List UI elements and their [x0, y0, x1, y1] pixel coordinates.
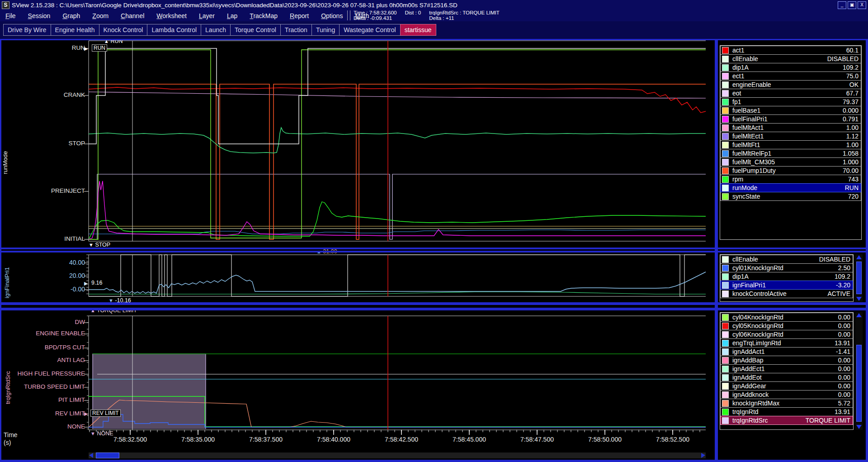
channel-value: 0.00	[838, 391, 853, 398]
channel-row-engineEnable[interactable]: engineEnableOK	[720, 80, 861, 89]
scroll-up-icon[interactable]	[856, 313, 862, 317]
close-button[interactable]: X	[858, 1, 866, 9]
channel-color-swatch	[722, 185, 729, 191]
panel-splitter-2b[interactable]	[0, 308, 868, 310]
channel-row-fp1[interactable]: fp179.37	[720, 97, 861, 106]
channel-row-ignAddGear[interactable]: ignAddGear0.00	[720, 381, 853, 391]
channel-name: fuelMltRelFp1	[732, 150, 771, 157]
scrollbar-thumb[interactable]	[856, 345, 862, 422]
channel-row-knockControlActive[interactable]: knockControlActiveACTIVE	[720, 289, 853, 298]
channel-row-eot[interactable]: eot67.7	[720, 89, 861, 98]
channel-row-fuelMltAct1[interactable]: fuelMltAct11.00	[720, 123, 861, 132]
channel-color-swatch	[722, 90, 729, 97]
channel-name: cllEnable	[732, 55, 758, 62]
axis-tick-label: ENGINE ENABLE	[0, 330, 85, 337]
channel-row-trqIgnRtdSrc[interactable]: trqIgnRtdSrcTORQUE LIMIT	[720, 416, 853, 425]
legend2-scrollbar[interactable]	[855, 254, 863, 302]
channel-row-fuelMltRelFp1[interactable]: fuelMltRelFp11.058	[720, 149, 861, 158]
channel-color-swatch	[722, 73, 729, 80]
maximize-button[interactable]: ▣	[848, 1, 856, 9]
channel-name: engineEnable	[732, 81, 771, 88]
channel-value: 2.50	[838, 264, 853, 271]
channel-row-cllEnable[interactable]: cllEnableDISABLED	[720, 54, 861, 63]
channel-row-ignAddEct1[interactable]: ignAddEct10.00	[720, 364, 853, 373]
channel-color-swatch	[722, 193, 729, 200]
channel-row-ignFinalPri1[interactable]: ignFinalPri1-3.20	[720, 281, 853, 290]
channel-row-fuelBase1[interactable]: fuelBase10.000	[720, 106, 861, 115]
channel-row-dip1A[interactable]: dip1A109.2	[720, 272, 853, 281]
legend-box-ignition: cllEnableDISABLEDcyl01KnockIgnRtd2.50dip…	[720, 254, 854, 302]
channel-name: ignAddGear	[732, 382, 766, 390]
time-scrollbar[interactable]	[89, 452, 706, 458]
channel-row-fuelPump1Duty[interactable]: fuelPump1Duty70.00	[720, 166, 861, 175]
channel-row-cyl06KnockIgnRtd[interactable]: cyl06KnockIgnRtd0.00	[720, 330, 853, 339]
channel-row-fuelMlt_CM305[interactable]: fuelMlt_CM3051.000	[720, 157, 861, 167]
axis-tick-label: REV LIMIT	[0, 410, 85, 417]
legend3-scrollbar[interactable]	[855, 312, 863, 430]
channel-row-cllEnable[interactable]: cllEnableDISABLED	[720, 255, 853, 264]
channel-row-ignAddAct1[interactable]: ignAddAct1-1.41	[720, 347, 853, 356]
channel-color-swatch	[722, 314, 729, 321]
channel-row-rpm[interactable]: rpm743	[720, 175, 861, 184]
channel-value: 79.37	[843, 98, 861, 105]
channel-name: trqIgnRtdSrc	[732, 417, 768, 424]
channel-value: 1.000	[843, 158, 861, 166]
channel-row-cyl04KnockIgnRtd[interactable]: cyl04KnockIgnRtd0.00	[720, 313, 853, 322]
scroll-right-icon[interactable]	[701, 453, 705, 458]
channel-value: 109.2	[843, 64, 861, 71]
channel-row-fuelMltFt1[interactable]: fuelMltFt11.00	[720, 140, 861, 149]
panel-ignfinalpri1-plot[interactable]	[0, 252, 717, 298]
axis-tick-label: HIGH FUEL PRESSURE	[0, 370, 85, 377]
channel-color-swatch	[722, 383, 729, 390]
channel-row-dip1A[interactable]: dip1A109.2	[720, 63, 861, 72]
scroll-left-icon[interactable]	[89, 453, 93, 458]
channel-row-ect1[interactable]: ect175.0	[720, 71, 861, 81]
axis-tick-label: 40.00	[0, 259, 85, 266]
chart-sidebar-divider[interactable]	[715, 40, 718, 460]
scroll-up-icon[interactable]	[856, 255, 862, 259]
panel-splitter-1b[interactable]	[0, 251, 868, 252]
channel-value: 0.00	[838, 382, 853, 390]
channel-value: 0.00	[838, 365, 853, 372]
channel-value: TORQUE LIMIT	[806, 417, 853, 424]
channel-row-ignAddBap[interactable]: ignAddBap0.00	[720, 356, 853, 365]
time-axis-caption: Time (s)	[4, 431, 18, 447]
channel-name: fuelMltAct1	[732, 124, 764, 131]
channel-color-swatch	[722, 176, 729, 183]
channel-name: fuelBase1	[732, 107, 760, 114]
axis-tick-label: TURBO SPEED LIMIT	[0, 383, 85, 390]
channel-row-act1[interactable]: act160.1	[720, 46, 861, 55]
channel-row-engTrqLimIgnRtd[interactable]: engTrqLimIgnRtd13.91	[720, 338, 853, 348]
channel-row-fuelFinalPri1[interactable]: fuelFinalPri10.791	[720, 114, 861, 124]
channel-row-ignAddEot[interactable]: ignAddEot0.00	[720, 373, 853, 382]
panel-splitter-2[interactable]	[0, 302, 868, 305]
scroll-down-icon[interactable]	[856, 297, 862, 301]
channel-row-trqIgnRtd[interactable]: trqIgnRtd13.91	[720, 407, 853, 416]
channel-color-swatch	[722, 124, 729, 131]
axis-tick-label: PIT LIMIT	[0, 396, 85, 403]
channel-value: 67.7	[846, 90, 861, 97]
channel-name: ect1	[732, 72, 744, 80]
channel-row-runMode[interactable]: runModeRUN	[720, 183, 861, 192]
channel-value: 1.058	[843, 150, 861, 157]
channel-color-swatch	[722, 56, 729, 62]
channel-row-ignAddknock[interactable]: ignAddknock0.00	[720, 390, 853, 399]
channel-value: 720	[848, 193, 861, 200]
p1-cursor-value: RUN	[92, 44, 107, 52]
scrollbar-thumb[interactable]	[856, 262, 862, 294]
channel-row-cyl05KnockIgnRtd[interactable]: cyl05KnockIgnRtd0.00	[720, 321, 853, 330]
p1-min-marker: ▼ STOP	[89, 242, 110, 248]
channel-row-cyl01KnockIgnRtd[interactable]: cyl01KnockIgnRtd2.50	[720, 263, 853, 272]
p3-cursor-value: REV LIMIT	[90, 410, 121, 417]
channel-color-swatch	[722, 142, 729, 148]
minimize-button[interactable]: _	[838, 1, 846, 9]
channel-row-syncState[interactable]: syncState720	[720, 192, 861, 201]
channel-row-knockIgnRtdMax[interactable]: knockIgnRtdMax5.72	[720, 399, 853, 408]
channel-value: 5.72	[838, 400, 853, 407]
scroll-down-icon[interactable]	[856, 425, 862, 429]
channel-value: -1.41	[836, 348, 853, 355]
panel-runmode-plot[interactable]	[0, 38, 717, 244]
scrollbar-thumb[interactable]	[96, 452, 119, 458]
panel-splitter-1[interactable]	[0, 248, 868, 249]
channel-row-fuelMltEct1[interactable]: fuelMltEct11.12	[720, 132, 861, 141]
